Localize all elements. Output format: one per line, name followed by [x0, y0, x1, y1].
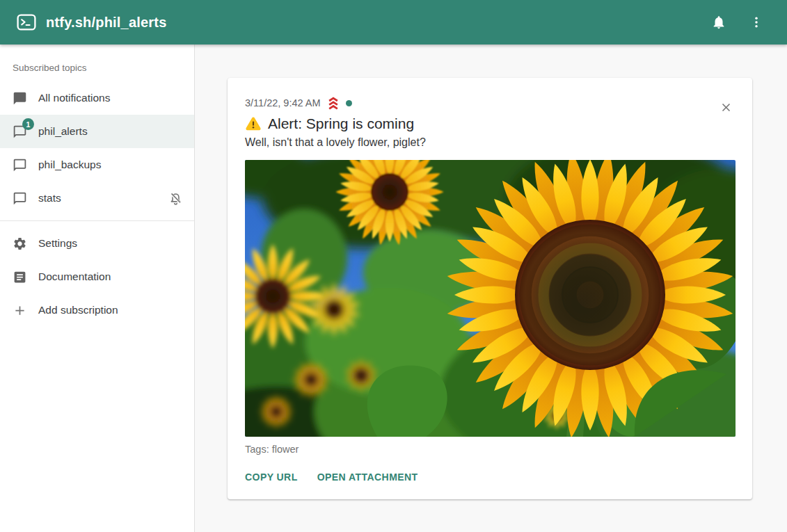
document-icon	[11, 268, 28, 285]
chat-bubble-outline-icon	[11, 156, 28, 173]
sidebar-item-all-notifications[interactable]: All notifications	[0, 81, 194, 115]
plus-icon	[11, 302, 28, 319]
sidebar-item-stats[interactable]: stats	[0, 182, 194, 215]
unread-dot-icon	[346, 100, 352, 106]
sidebar-item-label: phil_backups	[38, 159, 101, 171]
terminal-icon	[17, 14, 36, 31]
open-attachment-button[interactable]: OPEN ATTACHMENT	[317, 466, 418, 488]
sidebar-item-label: phil_alerts	[38, 125, 88, 138]
unread-count-badge: 1	[22, 118, 34, 130]
sidebar: Subscribed topics All notifications 1 ph…	[0, 45, 195, 532]
sunflower-photo	[245, 160, 736, 437]
copy-url-button[interactable]: COPY URL	[245, 466, 298, 488]
notification-body: Well, isn't that a lovely flower, piglet…	[245, 136, 736, 149]
chat-bubble-outline-icon: 1	[11, 123, 28, 140]
notification-timestamp: 3/11/22, 9:42 AM	[245, 97, 321, 108]
warning-emoji-icon	[245, 115, 262, 132]
priority-high-icon	[326, 96, 341, 110]
sidebar-divider	[0, 220, 194, 221]
app-title: ntfy.sh/phil_alerts	[46, 15, 166, 31]
sidebar-item-label: All notifications	[38, 92, 110, 104]
sidebar-item-add-subscription[interactable]: Add subscription	[0, 293, 194, 327]
chat-bubble-filled-icon	[11, 90, 28, 106]
sidebar-item-label: Settings	[38, 237, 77, 250]
sidebar-item-documentation[interactable]: Documentation	[0, 260, 194, 293]
close-icon	[720, 101, 733, 114]
overflow-menu-button[interactable]	[742, 8, 770, 36]
sidebar-item-settings[interactable]: Settings	[0, 227, 194, 260]
bell-icon	[711, 15, 726, 30]
sidebar-item-label: stats	[38, 192, 61, 204]
main-content: 3/11/22, 9:42 AM Alert: Spring is coming	[195, 45, 787, 532]
sidebar-item-phil-alerts[interactable]: 1 phil_alerts	[0, 115, 194, 148]
gear-icon	[11, 235, 28, 252]
chat-bubble-outline-icon	[11, 190, 28, 207]
app-bar: ntfy.sh/phil_alerts	[0, 0, 787, 45]
subscribed-topics-label: Subscribed topics	[0, 45, 194, 81]
notification-meta: 3/11/22, 9:42 AM	[245, 96, 736, 110]
notification-tags: Tags: flower	[245, 444, 736, 455]
close-notification-button[interactable]	[715, 96, 737, 118]
sidebar-item-label: Add subscription	[38, 304, 118, 316]
attachment-image[interactable]	[245, 160, 736, 437]
kebab-menu-icon	[749, 15, 763, 29]
notification-card: 3/11/22, 9:42 AM Alert: Spring is coming	[228, 78, 752, 499]
notifications-bell-button[interactable]	[705, 8, 733, 36]
notification-title: Alert: Spring is coming	[268, 115, 414, 132]
bell-off-icon	[168, 191, 183, 206]
sidebar-item-phil-backups[interactable]: phil_backups	[0, 148, 194, 182]
sidebar-item-label: Documentation	[38, 271, 111, 283]
notification-actions: COPY URL OPEN ATTACHMENT	[245, 466, 736, 488]
notification-title-row: Alert: Spring is coming	[245, 115, 736, 132]
